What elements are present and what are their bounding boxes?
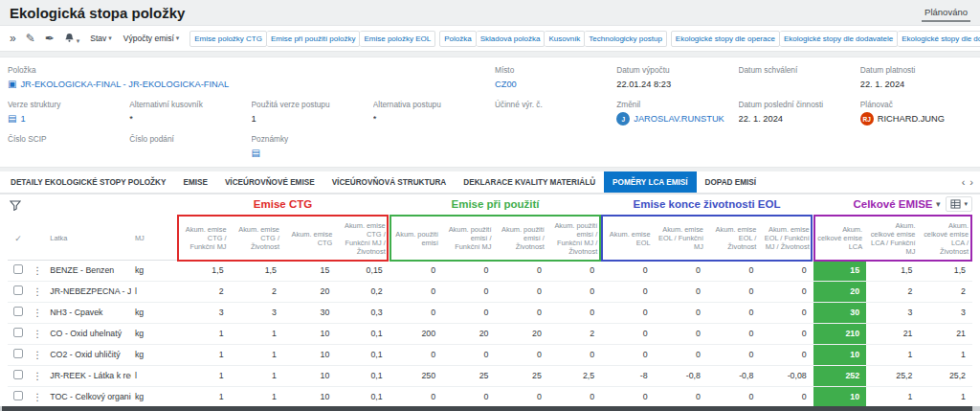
field-label: Alternativní kusovník: [129, 100, 241, 109]
grid-view-button[interactable]: ▾: [946, 196, 972, 212]
column-header-akum-celkové-emise-lca-životnost[interactable]: Akum. celkové emise LCA / Životnost: [919, 217, 972, 260]
row-menu-icon[interactable]: ⋮: [29, 260, 46, 281]
cell-value: 1: [231, 344, 283, 365]
row-menu-icon[interactable]: ⋮: [29, 344, 46, 365]
row-checkbox[interactable]: [13, 391, 23, 400]
tab-scroll-right-icon[interactable]: ›: [969, 176, 973, 188]
toolbar-button-ekologické-stopy-dle-operace[interactable]: Ekologické stopy dle operace: [671, 31, 780, 47]
column-header-akum-emise-eol[interactable]: Akum. emise EOL: [601, 217, 654, 260]
cell-value: 1: [177, 386, 230, 406]
filter-icon[interactable]: [8, 199, 25, 214]
cell-value: 1: [231, 386, 283, 406]
tab-víceúrovňové-emise[interactable]: VÍCEÚROVŇOVÉ EMISE: [216, 171, 323, 193]
column-header-akum-použití-emisí-funkční-mj-životnost[interactable]: Akum. použití emisí / Funkční MJ / Život…: [548, 217, 601, 260]
toolbar-button-emise-položky-eol[interactable]: Emise položky EOL: [360, 31, 435, 47]
toolbar-button-kusovník[interactable]: Kusovník: [545, 31, 585, 47]
column-header-mj[interactable]: MJ: [131, 217, 177, 260]
cell-value: 0,1: [336, 386, 389, 406]
field-value[interactable]: ▤1: [8, 112, 120, 126]
row-menu-icon[interactable]: ⋮: [29, 302, 46, 323]
tab-poměry-lca-emisí[interactable]: POMĚRY LCA EMISÍ: [604, 171, 696, 193]
row-checkbox-cell[interactable]: [8, 323, 29, 344]
tab-scroll-left-icon[interactable]: ‹: [962, 176, 966, 188]
column-header-akum-emise-ctg-funkční-mj[interactable]: Akum. emise CTG / Funkční MJ: [177, 217, 230, 260]
cell-value: 0: [548, 260, 601, 281]
field-value[interactable]: JJAROSLAV.RUNSTUK: [616, 112, 728, 126]
toolbar-button-ekologické-stopy-dle-dodavatele[interactable]: Ekologické stopy dle dodavatele: [780, 31, 898, 47]
bell-icon[interactable]: ▾: [60, 32, 84, 46]
expand-panel-icon[interactable]: »: [6, 32, 20, 45]
cell-value: 0: [601, 302, 654, 323]
row-checkbox[interactable]: [13, 370, 23, 379]
column-header-akum-použití-emisí[interactable]: Akum. použití emisí: [390, 217, 442, 260]
chevron-down-icon[interactable]: ▾: [936, 199, 941, 209]
status-badge: Plánováno: [922, 7, 970, 22]
column-header-akum-emise-ctg[interactable]: Akum. emise CTG: [283, 217, 336, 260]
row-menu-icon[interactable]: ⋮: [29, 386, 46, 406]
cell-value: 0: [442, 281, 495, 302]
column-header-akum-emise-ctg-životnost[interactable]: Akum. emise CTG / Životnost: [231, 217, 283, 260]
row-checkbox[interactable]: [13, 264, 23, 274]
column-header-akum-emise-eol-funkční-mj-životnost[interactable]: Akum. emise EOL / Funkční MJ / Životnost: [760, 217, 813, 260]
field-label: Datum schválení: [739, 65, 851, 75]
cell-value: 0,1: [336, 323, 389, 344]
toolbar-button-položka[interactable]: Položka: [439, 31, 476, 47]
select-all-checkbox[interactable]: ✓: [8, 217, 29, 260]
scrollbar-thumb[interactable]: [2, 406, 972, 411]
cell-latka: BENZE - Benzen: [46, 260, 131, 281]
row-checkbox-cell[interactable]: [8, 281, 29, 302]
cell-value: -8: [601, 365, 654, 386]
cell-value: 1,5: [919, 260, 972, 281]
field-alternativa-postupu: Alternativa postupu*: [373, 100, 485, 126]
column-header-akum-celkové-emise-lca[interactable]: Akum. celkové emise LCA: [813, 217, 866, 260]
row-menu-icon[interactable]: ⋮: [29, 365, 46, 386]
row-checkbox-cell[interactable]: [8, 386, 29, 406]
tab-deklarace-kvality-materiálů[interactable]: DEKLARACE KVALITY MATERIÁLŮ: [455, 171, 604, 193]
field-cislo-scip: Číslo SCIP: [8, 134, 120, 160]
row-checkbox[interactable]: [13, 349, 23, 358]
toolbar-button-skladová-položka[interactable]: Skladová položka: [477, 31, 546, 47]
column-header-akum-emise-eol-funkční-mj[interactable]: Akum. emise EOL / Funkční MJ: [655, 217, 707, 260]
cell-value: 3: [231, 302, 283, 323]
pencil-icon[interactable]: ✎: [22, 32, 39, 45]
tab-dopad-emisí[interactable]: DOPAD EMISÍ: [697, 171, 766, 193]
cell-value: 2: [919, 281, 972, 302]
toolbar-button-emise-položky-ctg[interactable]: Emise položky CTG: [189, 31, 267, 47]
table-row: ⋮CO - Oxid uhelnatýkg11100,1200202020000…: [8, 323, 972, 344]
column-header-akum-emise-eol-životnost[interactable]: Akum. emise EOL / Životnost: [707, 217, 760, 260]
row-menu-icon[interactable]: ⋮: [29, 281, 46, 302]
column-header-akum-celkové-emise-lca-funkční-mj[interactable]: Akum. celkové emise LCA / Funkční MJ: [866, 217, 919, 260]
field-value[interactable]: CZ00: [495, 78, 607, 91]
row-checkbox[interactable]: [13, 328, 23, 337]
row-checkbox-cell[interactable]: [8, 365, 29, 386]
field-planovac: PlánovačRJRICHARD.JUNG: [860, 100, 972, 126]
row-menu-icon[interactable]: ⋮: [29, 323, 46, 344]
field-label: Použitá verze postupu: [252, 100, 364, 109]
toolbar-button-emise-při-použití-položky[interactable]: Emise při použití položky: [267, 31, 360, 47]
tab-víceúrovňová-struktura[interactable]: VÍCEÚROVŇOVÁ STRUKTURA: [323, 171, 456, 193]
tab-detaily-ekologické-stopy-položky[interactable]: DETAILY EKOLOGICKÉ STOPY POLOŽKY: [2, 171, 174, 193]
toolbar-button-ekologické-stopy-dle-dopravy[interactable]: Ekologické stopy dle dopravy: [898, 31, 980, 47]
tab-emise[interactable]: EMISE: [174, 171, 215, 193]
vypocty-emisi-dropdown[interactable]: Výpočty emisí▾: [119, 32, 184, 45]
column-header-akum-emise-ctg-funkční-mj-životnost[interactable]: Akum. emise CTG / Funkční MJ / Životnost: [336, 217, 389, 260]
pen-icon[interactable]: ✒: [41, 32, 58, 45]
column-header-akum-použití-emisí-životnost[interactable]: Akum. použití emisí / Životnost: [495, 217, 547, 260]
stav-dropdown[interactable]: Stav▾: [85, 32, 117, 45]
row-checkbox-cell[interactable]: [8, 260, 29, 281]
row-checkbox[interactable]: [13, 307, 23, 316]
cell-value: 0: [548, 281, 601, 302]
cell-value: 3: [177, 302, 230, 323]
cell-value: 15: [283, 260, 336, 281]
toolbar-button-technologicky-postup[interactable]: Technologicky postup: [585, 31, 667, 47]
column-header-akum-použití-emisí-funkční-mj[interactable]: Akum. použití emisí / Funkční MJ: [442, 217, 495, 260]
field-value[interactable]: ▣JR-EKOLOGICKA-FINAL - JR-EKOLOGICKA-FIN…: [8, 78, 485, 91]
cell-value: 1,5: [231, 260, 283, 281]
row-checkbox[interactable]: [13, 285, 23, 295]
horizontal-scrollbar[interactable]: [0, 406, 980, 411]
cell-value: 0: [548, 386, 601, 406]
row-checkbox-cell[interactable]: [8, 302, 29, 323]
column-header-latka[interactable]: Latka: [46, 217, 131, 260]
row-checkbox-cell[interactable]: [8, 344, 29, 365]
vypocty-emisi-dropdown-label: Výpočty emisí: [123, 34, 174, 43]
